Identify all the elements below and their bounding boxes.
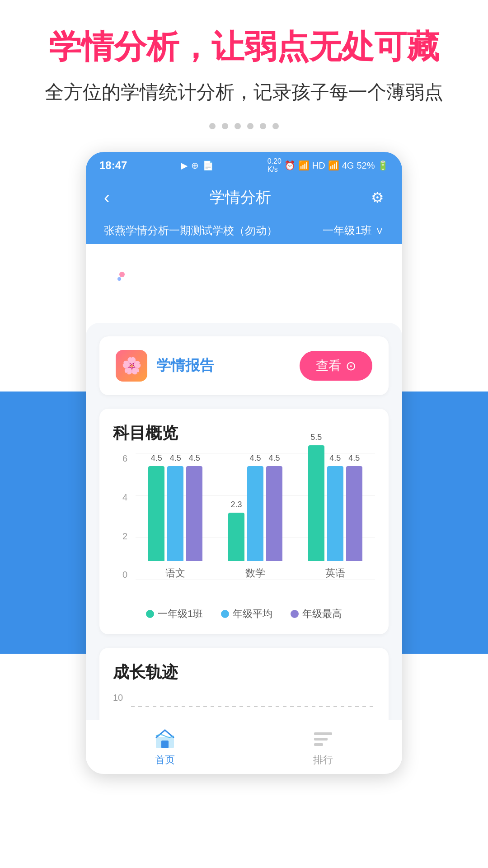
growth-title: 成长轨迹 (113, 661, 375, 684)
subject-group-math: 2.3 4.5 4.5 数学 (228, 466, 282, 580)
school-name: 张燕学情分析一期测试学校（勿动） (104, 223, 277, 238)
svg-rect-4 (314, 732, 332, 735)
status-icons: ▶ ⊕ 📄 (181, 160, 214, 171)
bar-english-avg: 4.5 (327, 466, 343, 561)
class-selector[interactable]: 一年级1班 ∨ (323, 223, 384, 238)
bar-label-english-avg: 4.5 (329, 453, 341, 463)
status-time: 18:47 (99, 159, 127, 172)
y-label-6: 6 (122, 453, 127, 464)
dot-5 (260, 123, 266, 129)
y-label-0: 0 (122, 570, 127, 580)
data-speed: 0.20K/s (267, 157, 282, 174)
signal-bars: 📶 (328, 160, 339, 171)
bar-english-class: 5.5 (308, 445, 324, 561)
page: 学情分析，让弱点无处可藏 全方位的学情统计分析，记录孩子每一个薄弱点 18:47… (0, 0, 488, 868)
dots-decoration (27, 123, 461, 129)
y-label-4: 4 (122, 492, 127, 503)
bar-chinese-class: 4.5 (148, 466, 164, 561)
x-label-chinese: 语文 (165, 566, 185, 580)
bar-label-chinese-max: 4.5 (189, 453, 200, 463)
doc-icon: 📄 (202, 160, 214, 171)
view-btn-label: 查看 (316, 357, 341, 374)
legend-dot-class (146, 610, 154, 618)
arrow-circle-icon: ⊙ (346, 359, 356, 373)
svg-point-1 (117, 277, 121, 281)
nav-label-ranking: 排行 (313, 753, 333, 767)
chart-legend: 一年级1班 年级平均 年级最高 (113, 607, 375, 621)
svg-rect-5 (314, 738, 328, 741)
wifi-icon: 📶 (298, 160, 310, 171)
legend-avg: 年级平均 (221, 607, 272, 621)
subject-card-icon (113, 265, 149, 302)
bar-label-math-class: 2.3 (230, 500, 242, 509)
chart-section: 科目概览 6 4 2 0 (99, 409, 389, 634)
bars-row-english: 5.5 4.5 4.5 (308, 445, 362, 561)
subject-label-small: 科目 (158, 260, 205, 275)
nav-item-home[interactable]: 首页 (86, 721, 244, 774)
hd-badge: HD (312, 160, 325, 171)
dot-3 (235, 123, 241, 129)
svg-rect-6 (314, 743, 323, 746)
sub-title: 全方位的学情统计分析，记录孩子每一个薄弱点 (27, 80, 461, 105)
growth-y-label: 10 (113, 693, 123, 703)
subject-card[interactable]: 科目 概览 (99, 251, 389, 316)
app-header: ‹ 学情分析 ⚙ (86, 178, 402, 217)
x-label-english: 英语 (325, 566, 345, 580)
legend-max: 年级最高 (291, 607, 342, 621)
bar-label-english-class: 5.5 (310, 433, 322, 442)
bar-math-class: 2.3 (228, 513, 244, 561)
bar-math-max: 4.5 (266, 466, 282, 561)
nav-label-home: 首页 (155, 753, 175, 767)
ranking-icon (312, 728, 334, 750)
bars-row-chinese: 4.5 4.5 4.5 (148, 466, 202, 561)
bar-label-english-max: 4.5 (348, 453, 360, 463)
bar-english-max: 4.5 (346, 466, 362, 561)
subject-label-big: 概览 (158, 275, 205, 307)
dot-4 (247, 123, 253, 129)
bar-math-avg: 4.5 (247, 466, 263, 561)
nav-item-ranking[interactable]: 排行 (244, 721, 402, 774)
school-bar: 张燕学情分析一期测试学校（勿动） 一年级1班 ∨ (86, 217, 402, 244)
bar-chinese-max: 4.5 (186, 466, 202, 561)
report-title: 学情报告 (156, 356, 214, 376)
chart-bars-area: 4.5 4.5 4.5 语文 (136, 453, 375, 598)
legend-label-class: 一年级1班 (158, 607, 203, 621)
legend-label-avg: 年级平均 (233, 607, 272, 621)
status-bar: 18:47 ▶ ⊕ 📄 0.20K/s ⏰ 📶 HD 📶 4G 52% 🔋 (86, 152, 402, 178)
growth-line-dashed (131, 706, 375, 707)
dot-2 (222, 123, 228, 129)
legend-class: 一年级1班 (146, 607, 203, 621)
battery: 52% 🔋 (357, 160, 389, 171)
bar-label-math-max: 4.5 (268, 453, 280, 463)
dot-6 (272, 123, 279, 129)
status-right-info: 0.20K/s ⏰ 📶 HD 📶 4G 52% 🔋 (267, 157, 389, 174)
phone-mockup: 18:47 ▶ ⊕ 📄 0.20K/s ⏰ 📶 HD 📶 4G 52% 🔋 (86, 152, 402, 774)
subject-card-text: 科目 概览 (158, 260, 205, 307)
bar-label-chinese-avg: 4.5 (170, 453, 181, 463)
settings-icon[interactable]: ⚙ (371, 189, 384, 206)
bars-row-math: 2.3 4.5 4.5 (228, 466, 282, 561)
content-area: 🌸 学情报告 查看 ⊙ 科目概览 6 (86, 323, 402, 774)
home-icon (154, 728, 176, 750)
chart-section-title: 科目概览 (113, 422, 375, 444)
bottom-nav: 首页 排行 (86, 720, 402, 774)
view-button[interactable]: 查看 ⊙ (300, 351, 372, 381)
svg-rect-3 (161, 741, 169, 748)
bar-label-chinese-class: 4.5 (151, 453, 162, 463)
hd-badge2: 4G (342, 160, 354, 171)
back-button[interactable]: ‹ (104, 188, 110, 208)
y-axis: 6 4 2 0 (113, 453, 131, 580)
main-title: 学情分析，让弱点无处可藏 (27, 27, 461, 66)
alarm-icon: ⏰ (284, 160, 296, 171)
marketing-section: 学情分析，让弱点无处可藏 全方位的学情统计分析，记录孩子每一个薄弱点 (0, 0, 488, 152)
y-label-2: 2 (122, 531, 127, 542)
bar-chart: 6 4 2 0 (113, 453, 375, 598)
flower-icon: 🌸 (122, 356, 142, 375)
center-section: 18:47 ▶ ⊕ 📄 0.20K/s ⏰ 📶 HD 📶 4G 52% 🔋 (0, 152, 488, 774)
legend-dot-avg (221, 610, 229, 618)
bar-chinese-avg: 4.5 (167, 466, 183, 561)
nav-icon-status: ▶ (181, 160, 188, 171)
subject-group-chinese: 4.5 4.5 4.5 语文 (148, 466, 202, 580)
bars-group: 4.5 4.5 4.5 语文 (136, 453, 375, 580)
legend-label-max: 年级最高 (302, 607, 342, 621)
